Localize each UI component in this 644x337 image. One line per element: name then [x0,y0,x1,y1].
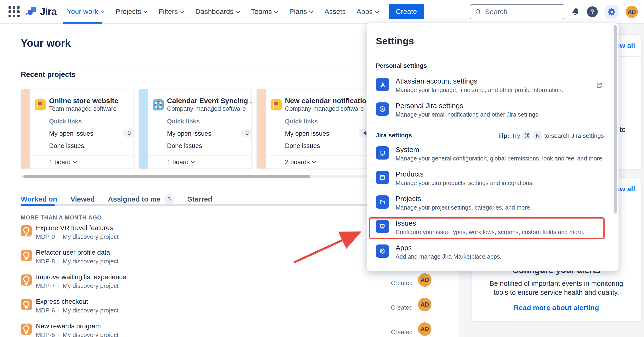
chevron-down-icon [180,11,184,14]
nav-projects[interactable]: Projects [116,8,148,16]
nav-assets[interactable]: Assets [324,8,346,16]
idea-icon [21,323,32,335]
avatar[interactable]: AD [418,322,432,336]
settings-item-issues[interactable]: Issues Configure your issue types, workf… [376,219,609,235]
card-accent-strip [139,90,148,169]
nav-plans[interactable]: Plans [289,8,314,16]
chevron-down-icon [375,11,379,14]
card-divider [266,155,370,156]
alerts-read-more-link[interactable]: Read more about alerting [472,304,641,312]
chevron-down-icon [143,11,148,14]
project-card-subtitle: Company-managed software [167,105,246,112]
tab-starred[interactable]: Starred [188,195,212,203]
flag-icon [35,99,46,110]
notifications-bell-icon[interactable] [571,7,580,17]
nav-teams[interactable]: Teams [251,8,278,16]
avatar[interactable]: AD [418,273,432,287]
work-item-row[interactable]: Express checkout MDP-6·My discovery proj… [21,298,443,317]
work-item-row[interactable]: Improve waiting list experience MDP-7·My… [21,273,443,292]
time-group-header: MORE THAN A MONTH AGO [21,214,102,221]
settings-item-title[interactable]: Personal Jira settings [396,102,540,110]
work-item-title[interactable]: Express checkout [36,298,88,305]
atlassian-logo-icon [376,78,389,91]
done-issues-link[interactable]: Done issues [285,142,320,150]
app-switcher-icon[interactable] [8,6,20,17]
settings-item-title[interactable]: Products [396,170,534,178]
settings-item-desc: Configure your issue types, workflows, s… [396,229,584,235]
settings-panel-scrollbar[interactable] [614,25,617,214]
open-issues-count-badge: 0 [123,129,134,137]
my-open-issues-link[interactable]: My open issues [167,130,211,137]
work-item-title[interactable]: Refactor user profile data [36,249,110,256]
recent-projects-title: Recent projects [21,70,76,79]
nav-your-work[interactable]: Your work [67,8,105,16]
chevron-down-icon [312,161,316,164]
settings-panel-title: Settings [376,36,414,47]
my-open-issues-link[interactable]: My open issues [49,130,94,137]
project-card-title[interactable]: Online store website [49,97,118,105]
cards-scrollbar-thumb[interactable] [23,175,310,178]
project-card[interactable]: Online store website Team-managed softwa… [21,89,134,169]
settings-item-atlassian-account[interactable]: Atlassian account settings Manage your l… [376,77,609,94]
idea-icon [21,250,32,261]
project-card-title[interactable]: Calendar Event Syncing ... [167,97,252,105]
nav-dashboards[interactable]: Dashboards [195,8,240,16]
settings-item-products[interactable]: Products Manage your Jira products' sett… [376,170,609,186]
work-item-status: Created [391,279,413,287]
settings-item-apps[interactable]: Apps Add and manage Jira Marketplace app… [376,244,609,260]
work-item-title[interactable]: Improve waiting list experience [36,273,126,281]
chevron-down-icon [274,11,278,14]
settings-item-title[interactable]: Issues [396,219,584,227]
search-input[interactable] [485,8,556,16]
settings-item-projects[interactable]: Projects Manage your project settings, c… [376,195,609,211]
avatar[interactable]: AD [418,298,432,311]
quick-links-label: Quick links [285,118,318,125]
card-divider [30,155,134,156]
settings-item-title[interactable]: Projects [396,195,532,203]
settings-item-title[interactable]: Atlassian account settings [396,77,563,85]
board-dropdown[interactable]: 1 board [167,159,195,166]
my-open-issues-link[interactable]: My open issues [285,130,329,137]
work-item-subtitle: MDP-6·My discovery project [36,307,119,314]
board-dropdown[interactable]: 1 board [49,159,77,166]
idea-icon [21,274,32,285]
jira-settings-label: Jira settings [376,132,412,139]
issues-checklist-icon [376,220,389,233]
jira-logo[interactable]: Jira [26,6,56,17]
work-item-subtitle: MDP-8·My discovery project [36,258,119,265]
tab-worked-on[interactable]: Worked on [21,195,57,203]
work-item-title[interactable]: New rewards program [36,322,101,330]
done-issues-link[interactable]: Done issues [49,142,84,150]
settings-item-title[interactable]: System [396,146,604,154]
page-title: Your work [21,37,71,49]
card-divider [148,155,252,156]
idea-icon [21,299,32,310]
settings-gear-icon[interactable] [604,5,619,19]
chevron-down-icon [236,11,240,14]
tabs-active-indicator [21,204,55,206]
create-button[interactable]: Create [389,4,424,19]
done-issues-link[interactable]: Done issues [167,142,202,150]
work-item-row[interactable]: New rewards program MDP-5·My discovery p… [21,322,443,337]
external-link-icon[interactable] [596,81,603,90]
nav-filters[interactable]: Filters [158,8,184,16]
settings-item-system[interactable]: System Manage your general configuration… [376,146,609,162]
project-card-title[interactable]: New calendar notificatio... [285,97,370,105]
work-item-subtitle: MDP-7·My discovery project [36,282,119,289]
tab-assigned-to-me[interactable]: Assigned to me 5 [108,194,174,204]
chevron-down-icon [73,161,77,164]
settings-item-desc: Manage your email notifications and othe… [396,111,540,118]
global-search[interactable] [470,4,564,19]
project-card[interactable]: New calendar notificatio... Company-mana… [257,89,370,169]
nav-apps[interactable]: Apps [356,8,379,16]
work-item-title[interactable]: Explore VR travel features [36,224,113,232]
settings-item-personal-jira[interactable]: Personal Jira settings Manage your email… [376,102,609,118]
tab-viewed[interactable]: Viewed [70,195,94,203]
settings-search-tip: Tip: Try ⌘ K to search Jira settings [498,131,604,140]
boards-dropdown[interactable]: 2 boards [285,159,316,166]
work-item-status: Created [391,304,413,311]
help-icon[interactable]: ? [587,6,598,17]
settings-item-title[interactable]: Apps [396,244,502,252]
user-avatar[interactable]: AD [626,6,638,18]
project-card[interactable]: Calendar Event Syncing ... Company-manag… [139,89,252,169]
